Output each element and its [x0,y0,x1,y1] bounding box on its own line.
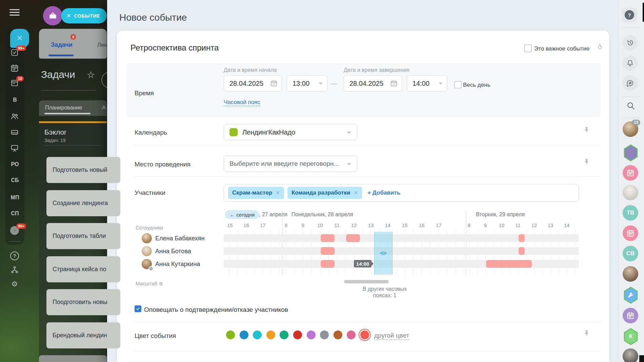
end-date-field[interactable]: 28.04.2025 24 [344,75,402,92]
hex-inner [624,145,638,160]
resize-handle-icon[interactable] [380,249,387,257]
search-button[interactable] [626,101,636,110]
color-dot[interactable] [334,330,342,339]
help-rail-item[interactable]: ? [10,252,19,260]
add-participant-button[interactable]: + Добавить [367,189,400,196]
calendar-picker-icon[interactable]: 24 [390,80,398,87]
drive-rail-item[interactable] [10,128,19,137]
rail-item-sp[interactable]: СП [5,210,24,217]
color-dot[interactable] [226,330,235,339]
close-icon: ✕ [66,13,71,19]
remove-chip-icon[interactable]: ✕ [354,190,358,196]
scheduler-scrollbar[interactable] [344,280,389,283]
important-checkbox[interactable] [524,44,532,52]
task-card[interactable]: Подготовить табли [46,223,120,249]
calendar-icon [626,168,635,177]
tab-active-underline [48,55,74,56]
color-dot[interactable] [266,330,275,339]
history-button[interactable] [622,35,638,51]
notifications-button[interactable] [622,55,638,71]
day-title: Понедельник, 28 апреля [291,212,353,218]
chat-bubble-close-icon[interactable]: ✕ [10,29,29,48]
subtab-second[interactable]: А [102,105,107,111]
start-date-field[interactable]: 28.04.2025 24 [224,75,282,92]
color-dot[interactable] [293,330,302,339]
rail-item-mp[interactable]: МП [5,195,24,201]
rail-item-sb[interactable]: СБ [5,177,24,183]
rail-item-v[interactable]: В [5,97,24,103]
chat-icon [626,79,634,87]
close-event-button[interactable]: ✕ СОБЫТИЕ [61,8,107,23]
scale-gear-icon[interactable]: ⚙ [159,281,163,286]
participants-input[interactable]: Скрам-мастер✕ Команда разработки✕ + Доба… [224,184,579,202]
chevron-down-icon [438,81,443,86]
today-button[interactable]: ← сегодня [225,210,259,219]
calendar-select-value: ЛендингКакНадо [242,128,346,136]
task-card[interactable]: Страница кейса по [46,256,120,282]
presentation-rail-item[interactable] [10,144,19,153]
task-card[interactable]: Создание лендинга [46,190,120,216]
calendar-avatar-pink-2[interactable] [623,225,638,241]
tab-feed[interactable]: Лен [97,42,107,48]
woman-avatar[interactable] [623,266,638,282]
task-card[interactable]: Подготовить новый [46,157,120,183]
day-date-suffix: , 27 апреля [259,212,287,218]
color-dot[interactable] [320,330,329,339]
location-select[interactable]: Выберите или введите переговорн... [224,156,357,172]
calendar-select[interactable]: ЛендингКакНадо [224,124,357,140]
calendar-rail-item[interactable] [10,64,19,73]
help-button[interactable]: ? [622,7,637,22]
briefcase-button[interactable] [43,6,62,25]
hex-inner [624,288,638,303]
notify-checkbox[interactable] [135,305,141,312]
event-name-input[interactable]: Ретроспектива спринта [130,43,219,53]
task-card[interactable]: Брендовый лендин [46,322,120,348]
participant-chip[interactable]: Команда разработки✕ [287,187,362,199]
panel-divider [41,90,96,90]
settings-rail-item[interactable]: ⚙ [10,280,19,288]
grumpy-cat-avatar[interactable] [623,348,638,362]
time-selection[interactable] [374,232,393,275]
pin-icon[interactable] [583,158,590,166]
calendar-avatar-pink-1[interactable] [623,165,638,181]
row-divider [135,145,601,145]
availability-scheduler[interactable]: ← сегодня, 27 апреляПонедельник, 28 апре… [224,209,579,276]
bell-icon [626,59,634,67]
integrations-rail-item[interactable] [10,265,19,274]
remove-chip-icon[interactable]: ✕ [276,190,280,196]
svg-text:24: 24 [273,83,275,85]
custom-color-link[interactable]: другой цвет [374,332,409,340]
rail-item-ro[interactable]: РО [5,161,24,167]
timezone-link[interactable]: Часовой пояс [224,99,260,106]
pin-icon[interactable] [583,126,590,134]
color-dot-selected[interactable] [360,330,369,339]
calendar-avatar-purple[interactable] [623,308,638,323]
messenger-button[interactable] [622,75,638,91]
pin-icon[interactable] [583,329,590,338]
end-time-select[interactable]: 14:00 [407,75,447,92]
scale-label: Масштаб ⚙ [136,281,163,286]
participant-chip[interactable]: Скрам-мастер✕ [228,187,284,199]
task-card[interactable]: Поодготовить новы [46,289,120,315]
busy-block [519,247,525,255]
rail-badge: 99+ [16,45,26,51]
hamburger-menu-icon[interactable] [9,9,20,16]
subtab-planning[interactable]: Планирование [45,105,82,111]
important-label: Это важное событие [534,45,590,52]
favorite-star-icon[interactable]: ☆ [87,69,95,80]
all-day-checkbox[interactable] [454,81,462,88]
start-time-select[interactable]: 13:00 [287,75,327,92]
color-dot[interactable] [307,330,316,339]
participants-row-label: Участники [135,189,165,197]
white-cat-avatar[interactable] [623,185,638,200]
avatar-sv[interactable]: СВ [623,246,638,261]
day-title: Вторник, 29 апреля [476,212,525,218]
people-rail-item[interactable] [10,112,19,121]
color-dot[interactable] [240,330,248,339]
avatar-tv[interactable]: ТВ [623,205,638,221]
hour-tick: 11 [511,222,525,228]
color-dot[interactable] [253,330,262,339]
tab-tasks[interactable]: Задачи [47,41,76,48]
calendar-picker-icon[interactable]: 24 [270,80,278,87]
people-icon [10,112,19,121]
